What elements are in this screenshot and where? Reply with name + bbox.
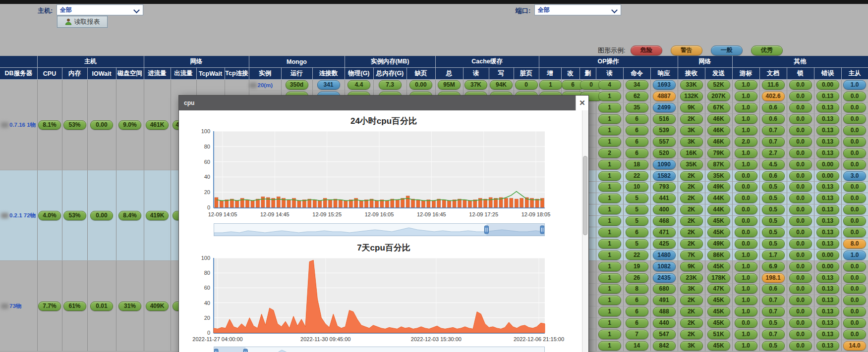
- metric-badge: 3K: [680, 341, 703, 351]
- db-server-link[interactable]: 0.7.16 1物: [9, 122, 36, 128]
- metric-badge: 0.6: [762, 171, 785, 181]
- table-cell: 8.4%: [116, 170, 144, 261]
- svg-text:12-09 14:45: 12-09 14:45: [260, 211, 289, 217]
- table-cell: 2.0: [732, 136, 759, 148]
- table-cell: 0.0: [787, 159, 814, 170]
- metric-badge: 0.0: [789, 341, 812, 351]
- metric-badge: 341: [317, 80, 340, 90]
- metric-badge: 8.1%: [38, 120, 61, 130]
- table-cell: 0.0: [841, 261, 868, 272]
- table-cell: 0.0: [787, 306, 814, 317]
- table-cell: 0.00: [87, 170, 116, 261]
- svg-text:12-09 16:45: 12-09 16:45: [417, 211, 446, 217]
- metric-badge: 10: [626, 182, 648, 192]
- table-cell: 547: [650, 329, 678, 340]
- metric-badge: 2K: [680, 318, 703, 328]
- table-cell: 793: [650, 182, 678, 193]
- metric-badge: 31%: [118, 302, 141, 311]
- navigator-handle[interactable]: [540, 226, 544, 234]
- metric-badge: 0.13: [816, 92, 839, 101]
- metric-badge: 1: [598, 205, 621, 214]
- table-cell: 1480: [650, 250, 678, 261]
- navigator-handle[interactable]: [243, 349, 247, 352]
- table-cell: 1: [596, 136, 623, 148]
- metric-badge: 1693: [653, 80, 676, 90]
- table-cell: 0.0: [787, 170, 814, 182]
- table-cell: 1.0: [732, 148, 759, 159]
- table-cell: 6: [561, 80, 579, 91]
- modal-titlebar[interactable]: cpu ✕: [179, 96, 588, 110]
- port-select-wrap: 全部: [534, 4, 621, 15]
- table-cell: 0.5: [759, 340, 787, 352]
- table-cell: 1: [596, 238, 623, 250]
- table-cell: 45K: [705, 261, 732, 272]
- legend-pill-1: 危险: [631, 46, 662, 55]
- metric-badge: 400: [653, 205, 676, 214]
- table-cell: 2K: [678, 182, 705, 193]
- load-report-button[interactable]: 读取报表: [57, 16, 108, 28]
- chart-24h-navigator[interactable]: [214, 223, 545, 236]
- column-header: 进流量: [144, 68, 171, 80]
- db-server-link[interactable]: 0.2.1 72物: [9, 212, 36, 218]
- table-cell: 8.0: [841, 238, 868, 250]
- table-cell: 2K: [678, 170, 705, 182]
- metric-badge: 1.0: [735, 307, 757, 316]
- metric-badge: 7K: [680, 251, 703, 260]
- metric-badge: 0.7: [762, 137, 785, 147]
- metric-badge: 0.0: [789, 92, 812, 101]
- table-cell: 0.0: [841, 182, 868, 193]
- table-cell: 1: [596, 317, 623, 329]
- table-cell: 9K: [678, 261, 705, 272]
- table-cell: 0.5: [759, 204, 787, 215]
- navigator-handle[interactable]: [484, 226, 488, 234]
- table-cell: 0.13: [814, 148, 841, 159]
- metric-badge: 0.0: [735, 194, 757, 203]
- metric-badge: 1: [598, 103, 621, 112]
- table-cell: 45K: [705, 227, 732, 238]
- column-header: 发送: [705, 68, 732, 80]
- instance-row: 0.7.16 1物8.1%53%0.009.0%461K420(m)350d34…: [0, 80, 868, 91]
- table-cell: 1.0: [732, 102, 759, 113]
- table-cell: 1.0: [732, 159, 759, 170]
- close-icon[interactable]: ✕: [576, 96, 588, 110]
- table-cell: 4.0%: [37, 170, 62, 261]
- table-cell: 7K: [678, 250, 705, 261]
- column-header: 运行: [281, 68, 312, 80]
- metric-badge: 1.0: [735, 341, 757, 351]
- modal-scrollbar[interactable]: [582, 110, 588, 352]
- metric-badge: 2: [598, 149, 621, 158]
- table-cell: 520: [650, 148, 678, 159]
- port-select[interactable]: 全部: [535, 5, 621, 15]
- metric-badge: 8: [626, 284, 648, 294]
- table-cell: 1: [596, 306, 623, 317]
- metric-badge: 22: [626, 251, 648, 260]
- metric-badge: 0.0: [843, 182, 866, 192]
- table-cell: 0.13: [814, 204, 841, 215]
- db-server-link[interactable]: 73物: [9, 303, 21, 309]
- table-cell: 0.0: [787, 148, 814, 159]
- column-header: 物理(G): [345, 68, 373, 80]
- svg-text:12-09 15:25: 12-09 15:25: [312, 211, 342, 217]
- metric-badge: 95M: [438, 80, 461, 90]
- column-header: 总: [435, 68, 463, 80]
- column-header: DB服务器: [0, 68, 37, 80]
- table-cell: 842: [650, 340, 678, 352]
- table-cell: 0.13: [814, 136, 841, 148]
- host-select[interactable]: 全部: [57, 5, 143, 15]
- metric-badge: 1.0: [735, 114, 757, 124]
- table-cell: 0.5: [759, 227, 787, 238]
- table-cell: 22: [623, 250, 650, 261]
- table-cell: 52K: [705, 80, 732, 91]
- metric-badge: 1: [598, 126, 621, 135]
- metric-badge: 461K: [146, 120, 169, 130]
- metric-badge: 0.7: [762, 307, 785, 316]
- navigator-handle[interactable]: [214, 349, 218, 352]
- instance-link[interactable]: 20(m): [258, 82, 273, 88]
- table-cell: 0.7: [759, 306, 787, 317]
- metric-badge: 0.0: [843, 228, 866, 237]
- table-cell: 0.0: [787, 329, 814, 340]
- modal-scrollbar-thumb[interactable]: [583, 156, 587, 235]
- table-cell: 1582: [650, 170, 678, 182]
- chart-7d-navigator[interactable]: [214, 347, 545, 352]
- table-cell: 1: [596, 272, 623, 284]
